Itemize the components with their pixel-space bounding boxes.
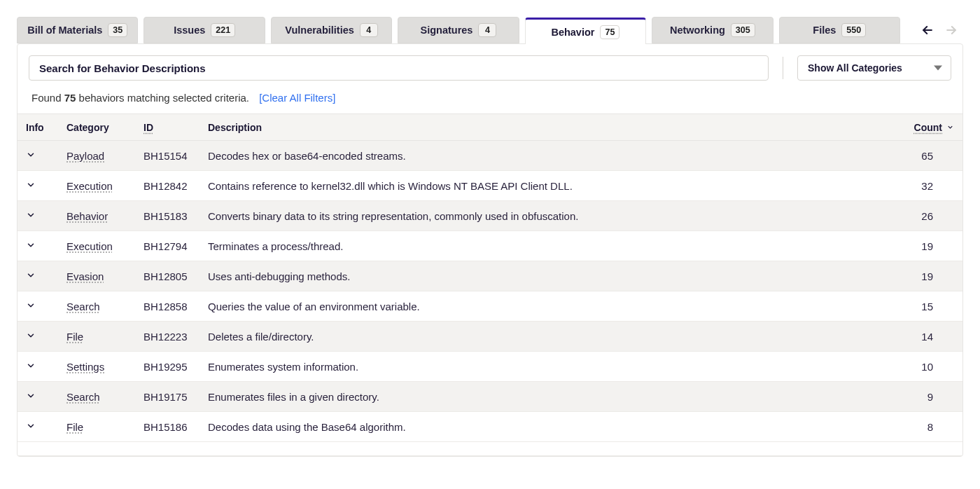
category-link[interactable]: Search bbox=[66, 391, 100, 403]
chevron-down-icon bbox=[26, 331, 36, 340]
next-arrow[interactable] bbox=[944, 22, 959, 38]
table-row: ExecutionBH12842Contains reference to ke… bbox=[18, 171, 962, 201]
tab-files[interactable]: Files550 bbox=[779, 17, 900, 43]
chevron-down-icon bbox=[26, 421, 36, 431]
description-cell: Decodes data using the Base64 algorithm. bbox=[208, 421, 891, 433]
expand-toggle[interactable] bbox=[26, 180, 66, 192]
description-cell: Enumerates files in a given directory. bbox=[208, 391, 891, 403]
tab-label: Signatures bbox=[421, 25, 473, 36]
category-cell: Search bbox=[66, 391, 144, 403]
category-cell: Evasion bbox=[66, 270, 144, 282]
count-cell: 14 bbox=[891, 331, 954, 343]
expand-toggle[interactable] bbox=[26, 240, 66, 252]
prev-arrow[interactable] bbox=[920, 22, 935, 38]
category-link[interactable]: File bbox=[66, 421, 83, 433]
category-cell: Behavior bbox=[66, 210, 144, 222]
found-summary: Found 75 behaviors matching selected cri… bbox=[29, 81, 951, 113]
id-cell: BH15186 bbox=[144, 421, 208, 433]
chevron-down-icon bbox=[946, 123, 954, 131]
tab-behavior[interactable]: Behavior75 bbox=[525, 18, 646, 44]
count-cell: 9 bbox=[891, 391, 954, 403]
count-cell: 19 bbox=[891, 270, 954, 282]
expand-toggle[interactable] bbox=[26, 150, 66, 162]
behavior-table: Info Category ID Description Count Paylo… bbox=[18, 113, 962, 456]
tab-label: Networking bbox=[670, 25, 725, 36]
tab-networking[interactable]: Networking305 bbox=[652, 17, 773, 43]
table-row: ExecutionBH12794Terminates a process/thr… bbox=[18, 231, 962, 261]
search-input[interactable] bbox=[29, 55, 769, 81]
category-link[interactable]: Evasion bbox=[66, 270, 104, 282]
id-cell: BH19295 bbox=[144, 361, 208, 373]
description-cell: Contains reference to kernel32.dll which… bbox=[208, 180, 891, 192]
count-cell: 19 bbox=[891, 240, 954, 252]
expand-toggle[interactable] bbox=[26, 331, 66, 343]
divider bbox=[783, 57, 783, 79]
id-cell: BH12805 bbox=[144, 270, 208, 282]
category-link[interactable]: Settings bbox=[66, 361, 104, 373]
category-select[interactable]: Show All Categories bbox=[797, 55, 951, 81]
col-info: Info bbox=[26, 122, 66, 133]
expand-toggle[interactable] bbox=[26, 361, 66, 373]
id-cell: BH15154 bbox=[144, 150, 208, 162]
panel: Show All Categories Found 75 behaviors m… bbox=[17, 43, 963, 457]
nav-arrows bbox=[906, 22, 963, 38]
count-cell: 10 bbox=[891, 361, 954, 373]
category-link[interactable]: Execution bbox=[66, 180, 113, 192]
tab-signatures[interactable]: Signatures4 bbox=[398, 17, 519, 43]
description-cell: Enumerates system information. bbox=[208, 361, 891, 373]
category-cell: File bbox=[66, 421, 144, 433]
clear-filters-link[interactable]: [Clear All Filters] bbox=[259, 92, 335, 104]
expand-toggle[interactable] bbox=[26, 421, 66, 433]
id-cell: BH12858 bbox=[144, 301, 208, 312]
id-cell: BH12223 bbox=[144, 331, 208, 343]
tab-count-badge: 305 bbox=[731, 23, 755, 37]
chevron-down-icon bbox=[26, 210, 36, 220]
col-category: Category bbox=[66, 122, 144, 133]
expand-toggle[interactable] bbox=[26, 301, 66, 312]
category-select-label: Show All Categories bbox=[808, 62, 902, 74]
chevron-down-icon bbox=[26, 150, 36, 160]
table-header: Info Category ID Description Count bbox=[18, 114, 962, 141]
count-cell: 26 bbox=[891, 210, 954, 222]
table-row: PayloadBH15154Decodes hex or base64-enco… bbox=[18, 141, 962, 171]
description-cell: Queries the value of an environment vari… bbox=[208, 301, 891, 312]
tab-count-badge: 4 bbox=[360, 23, 378, 37]
category-link[interactable]: Execution bbox=[66, 240, 113, 252]
category-cell: Execution bbox=[66, 180, 144, 192]
category-cell: Search bbox=[66, 301, 144, 312]
category-link[interactable]: Search bbox=[66, 301, 100, 312]
tab-label: Behavior bbox=[551, 27, 594, 38]
tab-label: Vulnerabilities bbox=[285, 25, 354, 36]
tab-label: Issues bbox=[174, 25, 205, 36]
dropdown-icon bbox=[934, 64, 942, 72]
tab-count-badge: 75 bbox=[600, 25, 620, 39]
tab-bill-of-materials[interactable]: Bill of Materials35 bbox=[17, 17, 138, 43]
description-cell: Uses anti-debugging methods. bbox=[208, 270, 891, 282]
category-link[interactable]: Behavior bbox=[66, 210, 108, 222]
count-cell: 65 bbox=[891, 150, 954, 162]
category-cell: Settings bbox=[66, 361, 144, 373]
expand-toggle[interactable] bbox=[26, 210, 66, 222]
col-description: Description bbox=[208, 122, 891, 133]
tab-count-badge: 221 bbox=[211, 23, 235, 37]
table-row: SettingsBH19295Enumerates system informa… bbox=[18, 352, 962, 382]
expand-toggle[interactable] bbox=[26, 391, 66, 403]
table-row: SearchBH19175Enumerates files in a given… bbox=[18, 382, 962, 412]
tab-vulnerabilities[interactable]: Vulnerabilities4 bbox=[271, 17, 392, 43]
tab-label: Bill of Materials bbox=[27, 25, 102, 36]
table-row: EvasionBH12805Uses anti-debugging method… bbox=[18, 261, 962, 291]
description-cell: Deletes a file/directory. bbox=[208, 331, 891, 343]
tabs: Bill of Materials35Issues221Vulnerabilit… bbox=[17, 17, 963, 43]
category-link[interactable]: Payload bbox=[66, 150, 104, 162]
description-cell: Converts binary data to its string repre… bbox=[208, 210, 891, 222]
expand-toggle[interactable] bbox=[26, 270, 66, 282]
table-row: SearchBH12858Queries the value of an env… bbox=[18, 291, 962, 322]
chevron-down-icon bbox=[26, 361, 36, 371]
table-row: BehaviorBH15183Converts binary data to i… bbox=[18, 201, 962, 231]
category-link[interactable]: File bbox=[66, 331, 83, 343]
tab-issues[interactable]: Issues221 bbox=[144, 17, 265, 43]
col-count[interactable]: Count bbox=[891, 122, 954, 133]
col-id[interactable]: ID bbox=[144, 122, 208, 133]
id-cell: BH19175 bbox=[144, 391, 208, 403]
category-cell: Execution bbox=[66, 240, 144, 252]
